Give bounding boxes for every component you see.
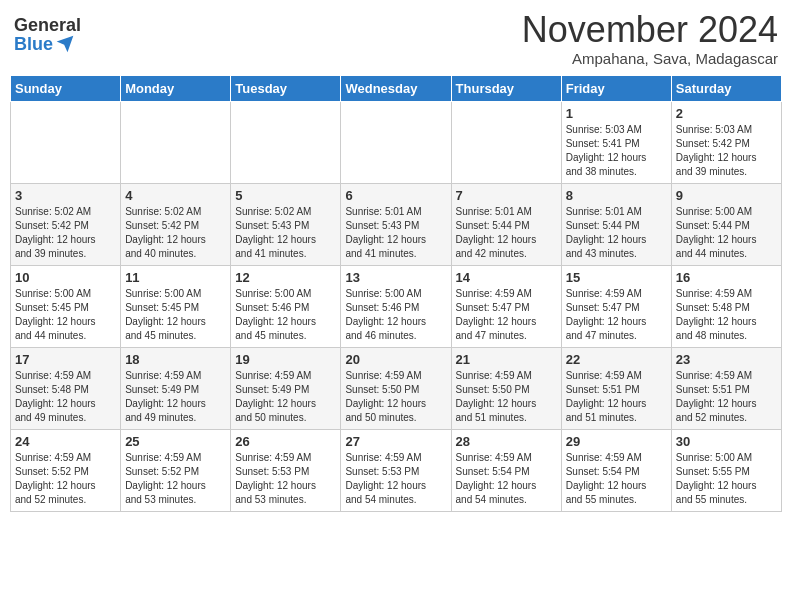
day-info: Sunrise: 4:59 AM Sunset: 5:53 PM Dayligh… <box>345 451 446 507</box>
day-number: 29 <box>566 434 667 449</box>
day-info: Sunrise: 5:03 AM Sunset: 5:41 PM Dayligh… <box>566 123 667 179</box>
calendar-cell: 30Sunrise: 5:00 AM Sunset: 5:55 PM Dayli… <box>671 429 781 511</box>
day-info: Sunrise: 5:01 AM Sunset: 5:44 PM Dayligh… <box>456 205 557 261</box>
calendar-cell: 16Sunrise: 4:59 AM Sunset: 5:48 PM Dayli… <box>671 265 781 347</box>
day-number: 23 <box>676 352 777 367</box>
day-number: 5 <box>235 188 336 203</box>
calendar-cell: 25Sunrise: 4:59 AM Sunset: 5:52 PM Dayli… <box>121 429 231 511</box>
day-info: Sunrise: 5:00 AM Sunset: 5:55 PM Dayligh… <box>676 451 777 507</box>
calendar-cell: 4Sunrise: 5:02 AM Sunset: 5:42 PM Daylig… <box>121 183 231 265</box>
day-number: 8 <box>566 188 667 203</box>
calendar-cell: 27Sunrise: 4:59 AM Sunset: 5:53 PM Dayli… <box>341 429 451 511</box>
calendar-week-5: 24Sunrise: 4:59 AM Sunset: 5:52 PM Dayli… <box>11 429 782 511</box>
weekday-header-wednesday: Wednesday <box>341 75 451 101</box>
day-number: 15 <box>566 270 667 285</box>
calendar-cell <box>11 101 121 183</box>
day-info: Sunrise: 5:02 AM Sunset: 5:42 PM Dayligh… <box>15 205 116 261</box>
day-info: Sunrise: 4:59 AM Sunset: 5:49 PM Dayligh… <box>235 369 336 425</box>
calendar-week-4: 17Sunrise: 4:59 AM Sunset: 5:48 PM Dayli… <box>11 347 782 429</box>
day-info: Sunrise: 5:03 AM Sunset: 5:42 PM Dayligh… <box>676 123 777 179</box>
calendar-cell <box>121 101 231 183</box>
day-number: 6 <box>345 188 446 203</box>
logo-blue-text: Blue <box>14 34 75 54</box>
day-number: 11 <box>125 270 226 285</box>
calendar-cell: 14Sunrise: 4:59 AM Sunset: 5:47 PM Dayli… <box>451 265 561 347</box>
day-info: Sunrise: 4:59 AM Sunset: 5:54 PM Dayligh… <box>456 451 557 507</box>
day-number: 2 <box>676 106 777 121</box>
calendar-cell: 24Sunrise: 4:59 AM Sunset: 5:52 PM Dayli… <box>11 429 121 511</box>
day-number: 16 <box>676 270 777 285</box>
day-number: 12 <box>235 270 336 285</box>
day-info: Sunrise: 5:00 AM Sunset: 5:44 PM Dayligh… <box>676 205 777 261</box>
day-info: Sunrise: 5:00 AM Sunset: 5:45 PM Dayligh… <box>125 287 226 343</box>
day-info: Sunrise: 4:59 AM Sunset: 5:52 PM Dayligh… <box>15 451 116 507</box>
calendar-cell <box>231 101 341 183</box>
day-info: Sunrise: 5:00 AM Sunset: 5:45 PM Dayligh… <box>15 287 116 343</box>
calendar-cell: 29Sunrise: 4:59 AM Sunset: 5:54 PM Dayli… <box>561 429 671 511</box>
logo: General Blue <box>14 16 81 54</box>
day-info: Sunrise: 4:59 AM Sunset: 5:48 PM Dayligh… <box>676 287 777 343</box>
location-subtitle: Ampahana, Sava, Madagascar <box>522 50 778 67</box>
day-number: 22 <box>566 352 667 367</box>
day-info: Sunrise: 4:59 AM Sunset: 5:52 PM Dayligh… <box>125 451 226 507</box>
day-number: 19 <box>235 352 336 367</box>
calendar-cell: 2Sunrise: 5:03 AM Sunset: 5:42 PM Daylig… <box>671 101 781 183</box>
calendar-cell <box>451 101 561 183</box>
day-info: Sunrise: 4:59 AM Sunset: 5:47 PM Dayligh… <box>566 287 667 343</box>
calendar-cell: 11Sunrise: 5:00 AM Sunset: 5:45 PM Dayli… <box>121 265 231 347</box>
calendar-cell: 10Sunrise: 5:00 AM Sunset: 5:45 PM Dayli… <box>11 265 121 347</box>
day-number: 25 <box>125 434 226 449</box>
day-number: 21 <box>456 352 557 367</box>
day-number: 9 <box>676 188 777 203</box>
calendar-cell: 9Sunrise: 5:00 AM Sunset: 5:44 PM Daylig… <box>671 183 781 265</box>
weekday-header-friday: Friday <box>561 75 671 101</box>
day-info: Sunrise: 5:01 AM Sunset: 5:44 PM Dayligh… <box>566 205 667 261</box>
day-number: 27 <box>345 434 446 449</box>
calendar-table: SundayMondayTuesdayWednesdayThursdayFrid… <box>10 75 782 512</box>
day-number: 4 <box>125 188 226 203</box>
calendar-cell: 12Sunrise: 5:00 AM Sunset: 5:46 PM Dayli… <box>231 265 341 347</box>
day-info: Sunrise: 5:02 AM Sunset: 5:43 PM Dayligh… <box>235 205 336 261</box>
weekday-header-saturday: Saturday <box>671 75 781 101</box>
day-number: 20 <box>345 352 446 367</box>
weekday-header-row: SundayMondayTuesdayWednesdayThursdayFrid… <box>11 75 782 101</box>
day-info: Sunrise: 5:02 AM Sunset: 5:42 PM Dayligh… <box>125 205 226 261</box>
day-number: 10 <box>15 270 116 285</box>
calendar-week-2: 3Sunrise: 5:02 AM Sunset: 5:42 PM Daylig… <box>11 183 782 265</box>
day-number: 30 <box>676 434 777 449</box>
day-number: 14 <box>456 270 557 285</box>
day-number: 13 <box>345 270 446 285</box>
logo-bird-icon <box>55 34 75 54</box>
day-info: Sunrise: 4:59 AM Sunset: 5:54 PM Dayligh… <box>566 451 667 507</box>
weekday-header-thursday: Thursday <box>451 75 561 101</box>
page-header: General Blue November 2024 Ampahana, Sav… <box>10 10 782 67</box>
day-number: 1 <box>566 106 667 121</box>
calendar-cell: 15Sunrise: 4:59 AM Sunset: 5:47 PM Dayli… <box>561 265 671 347</box>
day-info: Sunrise: 4:59 AM Sunset: 5:50 PM Dayligh… <box>345 369 446 425</box>
calendar-week-3: 10Sunrise: 5:00 AM Sunset: 5:45 PM Dayli… <box>11 265 782 347</box>
month-title: November 2024 <box>522 10 778 50</box>
day-number: 3 <box>15 188 116 203</box>
day-info: Sunrise: 4:59 AM Sunset: 5:49 PM Dayligh… <box>125 369 226 425</box>
day-info: Sunrise: 5:00 AM Sunset: 5:46 PM Dayligh… <box>235 287 336 343</box>
day-number: 24 <box>15 434 116 449</box>
calendar-cell: 7Sunrise: 5:01 AM Sunset: 5:44 PM Daylig… <box>451 183 561 265</box>
weekday-header-tuesday: Tuesday <box>231 75 341 101</box>
weekday-header-monday: Monday <box>121 75 231 101</box>
calendar-cell: 3Sunrise: 5:02 AM Sunset: 5:42 PM Daylig… <box>11 183 121 265</box>
day-info: Sunrise: 4:59 AM Sunset: 5:51 PM Dayligh… <box>566 369 667 425</box>
day-info: Sunrise: 5:00 AM Sunset: 5:46 PM Dayligh… <box>345 287 446 343</box>
calendar-cell: 8Sunrise: 5:01 AM Sunset: 5:44 PM Daylig… <box>561 183 671 265</box>
logo-general-text: General <box>14 16 81 34</box>
calendar-cell: 6Sunrise: 5:01 AM Sunset: 5:43 PM Daylig… <box>341 183 451 265</box>
calendar-header: SundayMondayTuesdayWednesdayThursdayFrid… <box>11 75 782 101</box>
day-info: Sunrise: 4:59 AM Sunset: 5:53 PM Dayligh… <box>235 451 336 507</box>
day-info: Sunrise: 4:59 AM Sunset: 5:50 PM Dayligh… <box>456 369 557 425</box>
calendar-cell: 22Sunrise: 4:59 AM Sunset: 5:51 PM Dayli… <box>561 347 671 429</box>
calendar-cell: 26Sunrise: 4:59 AM Sunset: 5:53 PM Dayli… <box>231 429 341 511</box>
calendar-cell: 13Sunrise: 5:00 AM Sunset: 5:46 PM Dayli… <box>341 265 451 347</box>
day-number: 7 <box>456 188 557 203</box>
calendar-cell: 1Sunrise: 5:03 AM Sunset: 5:41 PM Daylig… <box>561 101 671 183</box>
day-info: Sunrise: 4:59 AM Sunset: 5:51 PM Dayligh… <box>676 369 777 425</box>
day-info: Sunrise: 4:59 AM Sunset: 5:48 PM Dayligh… <box>15 369 116 425</box>
